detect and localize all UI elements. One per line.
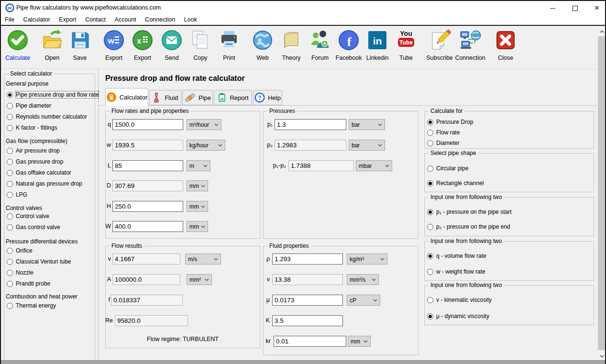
minimize-icon — [550, 8, 555, 9]
radio-p1-pipe-start[interactable]: p₁ - pressure on the pipe start — [427, 208, 511, 216]
radio-flow-rate[interactable]: Flow rate — [427, 129, 460, 136]
toolbar-label: Subscribe — [423, 55, 456, 61]
sidebar-item-reynolds-number[interactable]: Reynolds number calculator — [7, 113, 87, 121]
q-input[interactable] — [112, 119, 183, 130]
sidebar-item-pipe-diameter[interactable]: Pipe diameter — [7, 102, 51, 110]
w-unit-select[interactable]: kg/hour — [187, 140, 225, 151]
K-input[interactable] — [272, 315, 343, 326]
mu-unit-select[interactable]: cP — [347, 295, 380, 306]
radio-label: Thermal energy — [16, 302, 56, 309]
rho-input[interactable] — [272, 254, 343, 265]
minimize-button[interactable] — [543, 1, 562, 15]
tab-fluid[interactable]: Fluid — [149, 90, 181, 105]
tab-calculator[interactable]: Calculator — [105, 88, 148, 106]
menu-item-calculator[interactable]: Calculator — [20, 15, 54, 24]
toolbar-divider — [1, 68, 606, 69]
radio-w-weight-flow[interactable]: w - weight flow rate — [427, 268, 485, 276]
toolbar-button-subscribe[interactable]: Subscribe — [423, 29, 456, 61]
sidebar-item-prandtl-probe[interactable]: Prandtl probe — [7, 280, 50, 287]
L-unit-select[interactable]: m — [187, 160, 210, 171]
toolbar-button-tube[interactable]: YouTube Tube — [390, 29, 422, 61]
sidebar-item-lpg[interactable]: LPG — [7, 191, 27, 199]
menu-item-connection[interactable]: Connection — [142, 15, 178, 24]
radio-circular-pipe[interactable]: Circular pipe — [427, 165, 468, 172]
maximize-button[interactable] — [566, 1, 584, 15]
menu-item-look[interactable]: Look — [181, 15, 200, 24]
sidebar-item-gas-control-valve[interactable]: Gas control valve — [7, 223, 60, 231]
unit-label: kg/m³ — [350, 256, 364, 263]
vertical-scrollbar[interactable] — [598, 27, 606, 360]
sidebar-item-thermal-energy[interactable]: Thermal energy — [7, 302, 56, 309]
toolbar-button-print[interactable]: Print — [213, 29, 245, 61]
menu-item-contact[interactable]: Contact — [82, 15, 109, 24]
connection-network-icon — [454, 29, 486, 54]
toolbar-button-export-excel[interactable]: x Export — [126, 29, 159, 61]
toolbar-button-forum[interactable]: Forum — [304, 29, 336, 61]
menu-item-account[interactable]: Account — [111, 15, 139, 24]
sidebar-item-pipe-pressure-drop[interactable]: Pipe pressure drop and flow rate — [7, 91, 99, 99]
scroll-up-button[interactable] — [598, 27, 606, 35]
sidebar-item-classical-venturi[interactable]: Classical Venturi tube — [7, 258, 71, 265]
sidebar-item-natural-gas-pressure-drop[interactable]: Natural gas pressure drop — [7, 180, 82, 188]
nu-unit-select[interactable]: mm²/s — [347, 274, 379, 285]
toolbar-button-send[interactable]: Send — [155, 29, 188, 61]
kr-label: kr — [261, 338, 271, 344]
sidebar-item-nozzle[interactable]: Nozzle — [7, 269, 33, 276]
H-input[interactable] — [112, 201, 183, 212]
sidebar-item-orifice[interactable]: Orifice — [7, 247, 33, 254]
sidebar-splitter[interactable] — [98, 69, 99, 360]
radio-dynamic-viscosity[interactable]: μ - dynamic viscosity — [427, 312, 489, 320]
radio-label: Reynolds number calculator — [16, 113, 87, 120]
radio-label: Circular pipe — [436, 165, 468, 172]
menu-item-file[interactable]: File — [1, 15, 18, 24]
p1-p2-unit-select[interactable]: mbar — [356, 160, 392, 171]
A-unit-select[interactable]: mm² — [187, 274, 212, 285]
sidebar-item-gas-offtake[interactable]: Gas offtake calculator — [7, 169, 71, 176]
toolbar-button-close[interactable]: Close — [489, 29, 522, 61]
p1-input[interactable] — [275, 119, 346, 130]
kr-unit-select[interactable]: mm — [348, 336, 371, 347]
radio-q-volume-flow[interactable]: q - volume flow rate — [427, 252, 486, 260]
tab-help[interactable]: ? Help — [253, 90, 282, 105]
scroll-down-button[interactable] — [598, 352, 606, 360]
H-unit-select[interactable]: mm — [187, 201, 208, 212]
sidebar-item-gas-pressure-drop[interactable]: Gas pressure drop — [7, 158, 63, 165]
scrollbar-thumb[interactable] — [598, 36, 606, 350]
tab-report[interactable]: Report — [214, 90, 252, 105]
radio-label: w - weight flow rate — [436, 268, 485, 275]
radio-label: v - kinematic viscosity — [436, 297, 492, 303]
toolbar-button-calculate[interactable]: Calculate — [1, 29, 34, 61]
L-input[interactable] — [112, 160, 183, 171]
sidebar-item-control-valve[interactable]: Control valve — [7, 212, 49, 220]
toolbar-button-save[interactable]: Save — [64, 29, 96, 61]
toolbar-button-connection[interactable]: Connection — [454, 29, 486, 61]
toolbar-button-copy[interactable]: Copy — [184, 29, 217, 61]
toolbar-button-linkedin[interactable]: in Linkedin — [361, 29, 394, 61]
kr-input[interactable] — [274, 336, 346, 347]
mu-input[interactable] — [272, 295, 343, 306]
toolbar-button-theory[interactable]: Theory — [275, 29, 308, 61]
tab-pipe[interactable]: Pipe — [182, 90, 213, 105]
W-input[interactable] — [112, 221, 183, 232]
radio-p2-pipe-end[interactable]: p₂ - pressure on the pipe end — [427, 223, 510, 231]
q-unit-select[interactable]: m³/hour — [187, 119, 221, 130]
radio-diameter[interactable]: Diameter — [427, 139, 460, 147]
chevron-down-icon — [203, 165, 208, 167]
sidebar-item-k-factor[interactable]: K factor - fittings — [7, 124, 57, 132]
radio-pressure-drop[interactable]: Pressure Drop — [427, 118, 473, 126]
toolbar-button-facebook[interactable]: f Facebook — [332, 29, 365, 61]
v-unit-select[interactable]: m/s — [185, 254, 221, 265]
rho-unit-select[interactable]: kg/m³ — [347, 254, 387, 265]
p2-unit-select[interactable]: bar — [349, 140, 385, 151]
sidebar-item-air-pressure-drop[interactable]: Air pressure drop — [7, 147, 60, 154]
toolbar-button-web[interactable]: Web — [246, 29, 279, 61]
close-window-button[interactable]: ✕ — [588, 1, 606, 15]
D-unit-select[interactable]: mm — [187, 180, 208, 191]
unit-label: m³/hour — [189, 121, 209, 128]
radio-rectangle-channel[interactable]: Rectangle channel — [427, 179, 484, 187]
menu-item-export[interactable]: Export — [55, 15, 79, 24]
W-unit-select[interactable]: mm — [187, 221, 208, 232]
radio-kinematic-viscosity[interactable]: v - kinematic viscosity — [427, 296, 492, 304]
toolbar-button-export-word[interactable]: w Export — [98, 29, 130, 61]
p1-unit-select[interactable]: bar — [349, 119, 385, 130]
